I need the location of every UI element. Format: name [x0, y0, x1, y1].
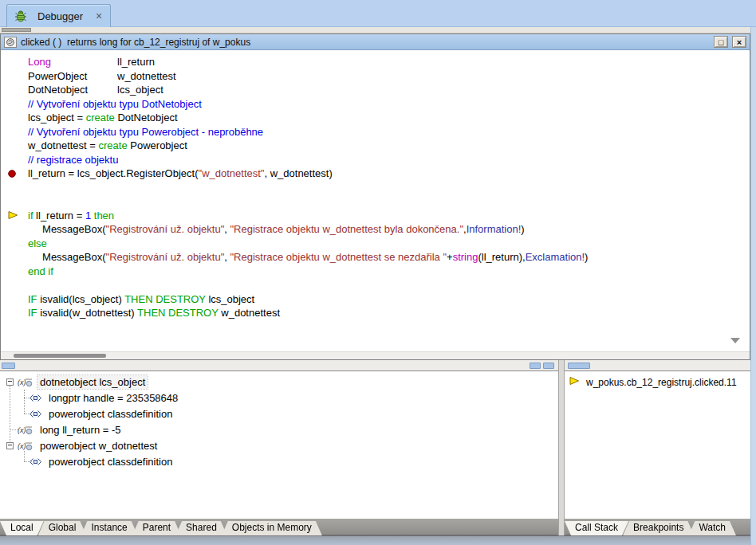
code-line: lcs_object = create DotNetobject — [1, 111, 750, 125]
code-line: if ll_return = 1 then — [1, 209, 750, 223]
code-line: end if — [1, 265, 750, 279]
tree-item[interactable]: powerobject classdefinition — [0, 453, 558, 469]
code-line: else — [1, 237, 750, 251]
current-frame-arrow-icon — [569, 376, 581, 388]
vars-hscroll-button-right[interactable] — [543, 363, 554, 369]
tab-label: Debugger — [37, 10, 83, 22]
code-text: lcs_object = create DotNetobject — [28, 112, 178, 124]
code-text: end if — [28, 265, 53, 277]
code-line: // Vytvoření objektu typu DotNetobject — [1, 97, 750, 112]
code-text: MessageBox("Registrování už. objektu", "… — [28, 223, 525, 235]
svg-text:(x): (x) — [18, 442, 26, 450]
lower-panel-divider[interactable] — [558, 360, 565, 535]
code-text: // registrace objektu — [28, 154, 118, 166]
code-line — [1, 194, 750, 209]
svg-text:(x): (x) — [18, 378, 26, 386]
tree-collapse-icon[interactable] — [6, 442, 14, 449]
tab-objects-in-memory[interactable]: Objects in Memory — [222, 521, 322, 535]
tree-item-label[interactable]: powerobject classdefinition — [46, 407, 175, 421]
tree-item-label[interactable]: powerobject classdefinition — [46, 455, 175, 469]
stack-tabstrip: Call StackBreakpointsWatch — [565, 518, 750, 535]
tab-parent[interactable]: Parent — [132, 521, 181, 535]
code-line: IF isvalid(lcs_object) THEN DESTROY lcs_… — [1, 292, 750, 307]
code-text: ll_return = lcs_object.RegisterObject("w… — [28, 167, 333, 179]
tree-collapse-icon[interactable] — [6, 378, 14, 386]
tab-local[interactable]: Local — [0, 521, 44, 535]
tab-instance[interactable]: Instance — [81, 521, 137, 535]
property-icon — [29, 394, 42, 402]
tree-item-label[interactable]: long ll_return = -5 — [37, 423, 124, 437]
vars-hscroll-button-left[interactable] — [530, 363, 541, 369]
code-text: // Vytvoření objektu typu DotNetobject — [28, 98, 202, 110]
scroll-down-icon[interactable] — [730, 338, 740, 343]
variables-panel[interactable]: (x)dotnetobject lcs_objectlongptr handle… — [0, 371, 558, 518]
code-line: ll_return = lcs_object.RegisterObject("w… — [1, 167, 750, 181]
code-line: // registrace objektu — [1, 153, 750, 167]
code-line: IF isvalid(w_dotnettest) THEN DESTROY w_… — [1, 306, 750, 320]
tab-watch[interactable]: Watch — [688, 521, 736, 535]
code-text: IF isvalid(lcs_object) THEN DESTROY lcs_… — [28, 293, 254, 305]
code-line — [1, 181, 750, 195]
code-pane-lines: Longll_returnPowerObjectw_dotnettestDotN… — [1, 55, 750, 320]
callstack-hscroll-thumb[interactable] — [568, 363, 590, 369]
code-line: w_dotnettest = create Powerobject — [1, 139, 750, 153]
current-line-arrow-icon[interactable] — [1, 210, 28, 220]
code-line: MessageBox("Registrování už. objektu", "… — [1, 250, 750, 265]
source-window: clicked ( ) returns long for cb_12_regis… — [0, 33, 750, 360]
tree-item-label[interactable]: dotnetobject lcs_object — [37, 375, 148, 389]
debugger-window: Debugger × clicked ( ) returns long for … — [0, 0, 756, 545]
tree-item[interactable]: (x)dotnetobject lcs_object — [0, 374, 558, 390]
event-icon — [4, 37, 17, 48]
property-icon — [29, 457, 42, 466]
tree-item[interactable]: longptr handle = 235358648 — [0, 390, 558, 406]
code-text: IF isvalid(w_dotnettest) THEN DESTROY w_… — [28, 307, 280, 319]
code-line: // Vytvoření objektu typu Powerobject - … — [1, 125, 750, 139]
svg-text:(x): (x) — [18, 426, 26, 434]
code-text: else — [28, 237, 47, 249]
tree-item[interactable]: powerobject classdefinition — [0, 406, 558, 421]
tree-item[interactable]: (x)long ll_return = -5 — [0, 421, 558, 437]
variables-tree: (x)dotnetobject lcs_objectlongptr handle… — [0, 374, 558, 469]
code-pane[interactable]: Longll_returnPowerObjectw_dotnettestDotN… — [1, 50, 750, 351]
tab-breakpoints[interactable]: Breakpoints — [623, 521, 694, 535]
variable-icon: (x) — [18, 441, 33, 451]
code-text: DotNetobjectlcs_object — [28, 84, 163, 96]
callstack-panel[interactable]: w_pokus.cb_12_registruj.clicked.11 — [565, 371, 750, 518]
pane-splitter-strip[interactable] — [0, 360, 756, 371]
code-text: w_dotnettest = create Powerobject — [28, 139, 187, 151]
callstack-list: w_pokus.cb_12_registruj.clicked.11 — [565, 374, 750, 390]
tab-debugger[interactable]: Debugger × — [6, 4, 111, 27]
tree-item[interactable]: (x)powerobject w_dotnettest — [0, 437, 558, 453]
code-line: DotNetobjectlcs_object — [1, 83, 750, 97]
tab-global[interactable]: Global — [38, 521, 87, 535]
tab-call-stack[interactable]: Call Stack — [565, 521, 628, 535]
code-hscroll-thumb[interactable] — [14, 354, 106, 358]
code-line: MessageBox("Registrování už. objektu", "… — [1, 222, 750, 237]
property-icon — [29, 410, 42, 418]
callstack-item[interactable]: w_pokus.cb_12_registruj.clicked.11 — [565, 374, 750, 390]
code-horizontal-scrollbar[interactable] — [1, 351, 750, 359]
document-tabstrip: Debugger × — [0, 0, 756, 27]
code-line: Longll_return — [1, 55, 750, 69]
top-splitter-handle[interactable] — [2, 28, 31, 32]
close-button[interactable]: × — [732, 36, 746, 48]
code-text: MessageBox("Registrování už. objektu", "… — [28, 251, 588, 263]
tree-item-label[interactable]: powerobject w_dotnettest — [37, 439, 159, 453]
tab-close-icon[interactable]: × — [96, 10, 102, 22]
breakpoint-icon[interactable] — [1, 169, 28, 178]
variables-tabstrip: LocalGlobalInstanceParentSharedObjects i… — [0, 518, 558, 535]
variable-icon: (x) — [18, 377, 33, 387]
vars-hscroll-thumb[interactable] — [2, 363, 15, 369]
window-right-edge — [750, 27, 756, 545]
source-titlebar: clicked ( ) returns long for cb_12_regis… — [1, 34, 750, 50]
code-text: // Vytvoření objektu typu Powerobject - … — [28, 126, 263, 138]
window-bottom-edge — [0, 535, 756, 545]
tab-shared[interactable]: Shared — [175, 521, 227, 535]
maximize-button[interactable]: □ — [714, 36, 728, 48]
top-splitter-strip — [0, 27, 756, 33]
bug-icon — [14, 10, 27, 22]
source-title: clicked ( ) returns long for cb_12_regis… — [21, 37, 710, 48]
tree-item-label[interactable]: longptr handle = 235358648 — [46, 391, 180, 405]
code-line — [1, 278, 750, 292]
code-text: PowerObjectw_dotnettest — [28, 70, 176, 82]
